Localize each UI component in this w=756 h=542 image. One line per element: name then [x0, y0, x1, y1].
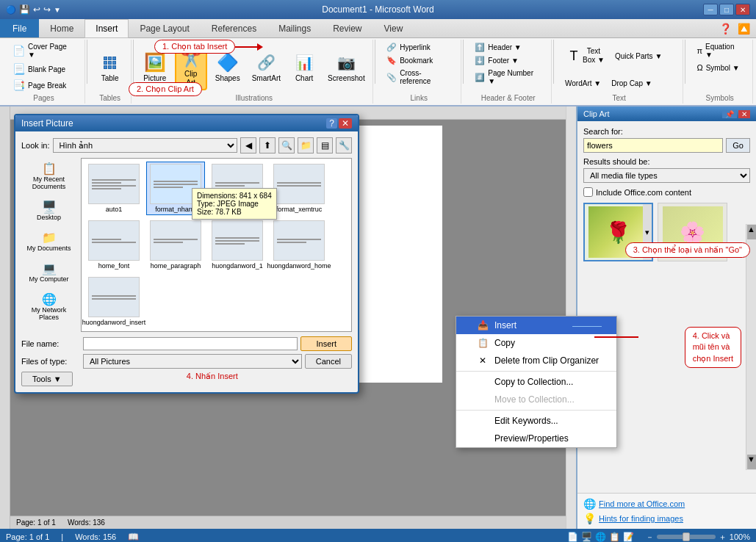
file-huong-insert[interactable]: huongdanword_insert [84, 275, 143, 328]
file-home-font[interactable]: home_font [84, 218, 143, 272]
text-box-button[interactable]: T TextBox ▼ [561, 45, 608, 67]
equation-button[interactable]: π Equation ▼ [693, 41, 746, 60]
dialog-close[interactable]: ✕ [339, 118, 352, 129]
go-button[interactable]: Go [726, 138, 750, 153]
view-web[interactable]: 🌐 [595, 532, 606, 542]
tab-file[interactable]: File [0, 19, 39, 37]
footer-button[interactable]: ⬇️ Footer ▼ [471, 54, 522, 67]
tab-view[interactable]: View [373, 19, 414, 37]
chart-button[interactable]: 📊 Chart [289, 48, 320, 85]
nav-up-button[interactable]: ⬆ [259, 137, 276, 153]
page-number-button[interactable]: #️⃣ Page Number ▼ [471, 68, 545, 87]
scroll-up[interactable]: ▲ [747, 225, 756, 239]
zoom-in[interactable]: ＋ [719, 532, 727, 543]
quick-access-undo[interactable]: ↩ [33, 4, 40, 15]
help-icon[interactable]: ❓ [719, 23, 732, 35]
file-home-para[interactable]: home_paragraph [146, 218, 205, 272]
header-button[interactable]: ⬆️ Header ▼ [471, 41, 525, 54]
panel-pin[interactable]: 📌 [722, 110, 737, 118]
screenshot-button[interactable]: 📷 Screenshot [324, 48, 369, 85]
results-type-select[interactable]: All media file types [583, 168, 750, 183]
maximize-button[interactable]: □ [719, 4, 734, 15]
nav-views-button[interactable]: ▤ [317, 137, 333, 153]
cm-copy[interactable]: 📋 Copy [456, 334, 616, 352]
quick-access-redo[interactable]: ↪ [43, 4, 51, 15]
nav-tools-button[interactable]: 🔧 [336, 137, 352, 153]
nav-search-button[interactable]: 🔍 [278, 137, 295, 153]
sidebar-computer[interactable]: 💻 My Computer [21, 258, 76, 286]
view-full[interactable]: 🖥️ [581, 532, 592, 542]
file-huong-home[interactable]: huongdanword_home [270, 218, 328, 272]
drop-cap-button[interactable]: Drop Cap ▼ [608, 78, 655, 89]
word-art-button[interactable]: WordArt ▼ [561, 78, 605, 89]
tools-button[interactable]: Tools ▼ [21, 372, 73, 386]
smart-art-button[interactable]: 🔗 SmartArt [248, 48, 284, 85]
page-number-label: Page Number ▼ [488, 69, 541, 85]
dialog-help[interactable]: ? [326, 118, 337, 129]
minimize-ribbon[interactable]: 🔼 [738, 23, 750, 35]
tab-references[interactable]: References [201, 19, 267, 37]
hints-link[interactable]: 💡 Hints for finding images [583, 513, 750, 524]
panel-close[interactable]: ✕ [738, 110, 750, 118]
nav-back-button[interactable]: ◀ [240, 137, 256, 153]
file-format-xemtruc[interactable]: format_xemtruc [270, 162, 328, 215]
filetype-select[interactable]: All Pictures [83, 354, 302, 369]
blank-page-button[interactable]: 📃 Blank Page [9, 62, 69, 76]
cm-edit-keywords[interactable]: Edit Keywords... [456, 412, 616, 430]
hints-link-text[interactable]: Hints for finding images [599, 514, 683, 523]
nav-folder-button[interactable]: 📁 [298, 137, 314, 153]
quick-access-dropdown[interactable]: ▼ [54, 6, 61, 14]
bookmark-icon: 🔖 [386, 56, 397, 65]
picture-button[interactable]: 🖼️ Picture [140, 48, 170, 85]
cm-insert[interactable]: 📥 Insert ———— [456, 317, 616, 334]
sidebar-recent[interactable]: 📋 My Recent Documents [21, 158, 76, 194]
symbol-button[interactable]: Ω Symbol ▼ [693, 62, 743, 73]
cm-preview[interactable]: Preview/Properties [456, 430, 616, 447]
view-outline[interactable]: 📋 [609, 532, 620, 542]
desktop-label: Desktop [37, 214, 61, 221]
zoom-out[interactable]: － [646, 532, 654, 543]
cm-delete[interactable]: ✕ Delete from Clip Organizer [456, 352, 616, 369]
view-print[interactable]: 📄 [567, 532, 578, 542]
sep3 [375, 40, 375, 84]
tab-review[interactable]: Review [322, 19, 372, 37]
office-content-checkbox[interactable] [583, 187, 593, 197]
search-input[interactable] [583, 138, 723, 153]
table-button[interactable]: Table [95, 48, 126, 85]
file-huong1[interactable]: huongdanword_1 [208, 218, 267, 272]
close-button[interactable]: ✕ [735, 4, 750, 15]
tooltip-line2: Type: JPEG Image [197, 200, 272, 208]
office-link[interactable]: 🌐 Find more at Office.com [583, 498, 750, 510]
scroll-down[interactable]: ▼ [747, 455, 756, 469]
zoom-thumb[interactable] [683, 532, 690, 541]
insert-button[interactable]: Insert [300, 336, 352, 351]
view-draft[interactable]: 📝 [623, 532, 634, 542]
symbol-label: Symbol ▼ [706, 64, 740, 72]
file-auto1[interactable]: auto1 [84, 162, 143, 215]
office-link-text[interactable]: Find more at Office.com [599, 499, 685, 508]
hyperlink-button[interactable]: 🔗 Hyperlink [383, 41, 434, 54]
sidebar-my-docs[interactable]: 📁 My Documents [21, 227, 76, 256]
tab-home[interactable]: Home [39, 19, 84, 37]
tab-page-layout[interactable]: Page Layout [129, 19, 200, 37]
sidebar-network[interactable]: 🌐 My Network Places [21, 289, 76, 325]
sidebar-desktop[interactable]: 🖥️ Desktop [21, 196, 76, 225]
look-in-select[interactable]: Hình ảnh [53, 138, 237, 153]
tab-insert[interactable]: Insert [84, 19, 129, 38]
panel-scrollbar[interactable]: ▲ ▼ [746, 224, 756, 470]
ribbon-group-symbols: π Equation ▼ Ω Symbol ▼ Symbols [687, 40, 753, 104]
zoom-slider[interactable] [657, 535, 716, 539]
cover-page-button[interactable]: 📄 Cover Page ▼ [9, 41, 79, 60]
cross-reference-button[interactable]: 📎 Cross-reference [383, 68, 455, 87]
quick-parts-button[interactable]: Quick Parts ▼ [611, 51, 666, 62]
file-auto1-img [88, 164, 140, 204]
bookmark-button[interactable]: 🔖 Bookmark [383, 54, 436, 67]
page-break-button[interactable]: 📑 Page Break [9, 78, 70, 93]
minimize-button[interactable]: ─ [703, 4, 718, 15]
tab-mailings[interactable]: Mailings [267, 19, 322, 37]
cm-copy-collection[interactable]: Copy to Collection... [456, 373, 616, 391]
filename-input[interactable] [83, 337, 298, 350]
shapes-button[interactable]: 🔷 Shapes [212, 48, 244, 85]
cancel-button[interactable]: Cancel [305, 354, 352, 369]
quick-access-save[interactable]: 💾 [19, 4, 30, 15]
